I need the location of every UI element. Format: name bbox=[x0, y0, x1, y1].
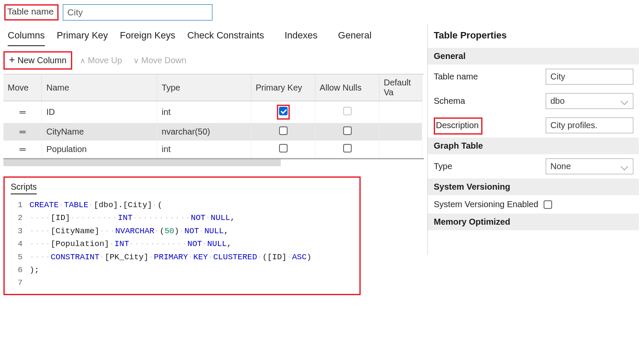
new-column-button[interactable]: New Column bbox=[3, 51, 72, 70]
col-header-default[interactable]: Default Va bbox=[379, 74, 422, 101]
table-row[interactable]: ═ ID int bbox=[3, 101, 422, 123]
pk-checkbox[interactable] bbox=[279, 144, 288, 152]
col-header-type[interactable]: Type bbox=[157, 74, 251, 101]
horizontal-scrollbar[interactable] bbox=[3, 159, 424, 166]
cell-name[interactable]: ID bbox=[42, 101, 157, 123]
drag-handle-icon[interactable]: ═ bbox=[3, 123, 42, 141]
cell-type[interactable]: nvarchar(50) bbox=[157, 123, 251, 141]
tab-primary-key[interactable]: Primary Key bbox=[57, 30, 108, 46]
table-row[interactable]: ═ Population int bbox=[3, 141, 422, 158]
prop-type-select[interactable]: None bbox=[546, 158, 633, 174]
chevron-up-icon bbox=[80, 56, 85, 65]
designer-tabs: Columns Primary Key Foreign Keys Check C… bbox=[0, 24, 427, 46]
cell-type[interactable]: int bbox=[157, 101, 251, 123]
move-down-label: Move Down bbox=[141, 56, 187, 65]
prop-schema-select[interactable]: dbo bbox=[546, 93, 633, 109]
cell-type[interactable]: int bbox=[157, 141, 251, 158]
plus-icon bbox=[9, 55, 15, 66]
properties-title: Table Properties bbox=[428, 24, 639, 48]
pk-checkbox[interactable] bbox=[279, 126, 288, 135]
scripts-title: Scripts bbox=[11, 182, 37, 194]
tab-indexes[interactable]: Indexes bbox=[285, 30, 318, 46]
section-general[interactable]: General bbox=[428, 48, 639, 64]
tab-general[interactable]: General bbox=[338, 30, 371, 46]
properties-panel: Table Properties General Table name City… bbox=[427, 24, 639, 255]
table-row[interactable]: ═ CityName nvarchar(50) bbox=[3, 123, 422, 141]
chevron-down-icon bbox=[621, 163, 628, 170]
nulls-checkbox[interactable] bbox=[343, 126, 352, 135]
cell-name[interactable]: Population bbox=[42, 141, 157, 158]
prop-schema-label: Schema bbox=[434, 96, 541, 106]
table-name-input[interactable]: City bbox=[63, 4, 212, 21]
nulls-checkbox[interactable] bbox=[343, 107, 352, 115]
move-down-button[interactable]: Move Down bbox=[130, 54, 190, 67]
section-memory-optimized[interactable]: Memory Optimized bbox=[428, 214, 639, 230]
columns-table: Move Name Type Primary Key Allow Nulls D… bbox=[3, 74, 424, 159]
prop-description-label: Description bbox=[434, 117, 482, 135]
drag-handle-icon[interactable]: ═ bbox=[3, 101, 42, 123]
tab-check-constraints[interactable]: Check Constraints bbox=[187, 30, 264, 46]
col-header-name[interactable]: Name bbox=[42, 74, 157, 101]
nulls-checkbox[interactable] bbox=[343, 144, 352, 152]
col-header-pk[interactable]: Primary Key bbox=[251, 74, 315, 101]
section-system-versioning[interactable]: System Versioning bbox=[428, 179, 639, 195]
scripts-panel: Scripts 1CREATE·TABLE·[dbo].[City]·( 2··… bbox=[3, 176, 361, 295]
tab-foreign-keys[interactable]: Foreign Keys bbox=[120, 30, 176, 46]
col-header-move[interactable]: Move bbox=[3, 74, 42, 101]
table-name-label: Table name bbox=[4, 4, 59, 21]
chevron-down-icon bbox=[621, 97, 628, 105]
tab-columns[interactable]: Columns bbox=[8, 30, 45, 46]
col-header-nulls[interactable]: Allow Nulls bbox=[315, 74, 379, 101]
move-up-label: Move Up bbox=[88, 56, 122, 65]
prop-description-input[interactable]: City profiles. bbox=[546, 117, 633, 133]
chevron-down-icon bbox=[133, 56, 139, 65]
cell-name[interactable]: CityName bbox=[42, 123, 157, 141]
move-up-button[interactable]: Move Up bbox=[76, 54, 126, 67]
prop-table-name-input[interactable]: City bbox=[546, 69, 633, 85]
pk-checkbox[interactable] bbox=[279, 107, 288, 115]
new-column-label: New Column bbox=[18, 56, 66, 65]
prop-sysver-label: System Versioning Enabled bbox=[434, 199, 538, 209]
drag-handle-icon[interactable]: ═ bbox=[3, 141, 42, 158]
sysver-checkbox[interactable] bbox=[544, 200, 552, 209]
prop-type-label: Type bbox=[434, 161, 541, 171]
prop-table-name-label: Table name bbox=[434, 72, 541, 82]
section-graph-table[interactable]: Graph Table bbox=[428, 138, 639, 154]
script-editor[interactable]: 1CREATE·TABLE·[dbo].[City]·( 2····[ID]··… bbox=[11, 199, 353, 290]
